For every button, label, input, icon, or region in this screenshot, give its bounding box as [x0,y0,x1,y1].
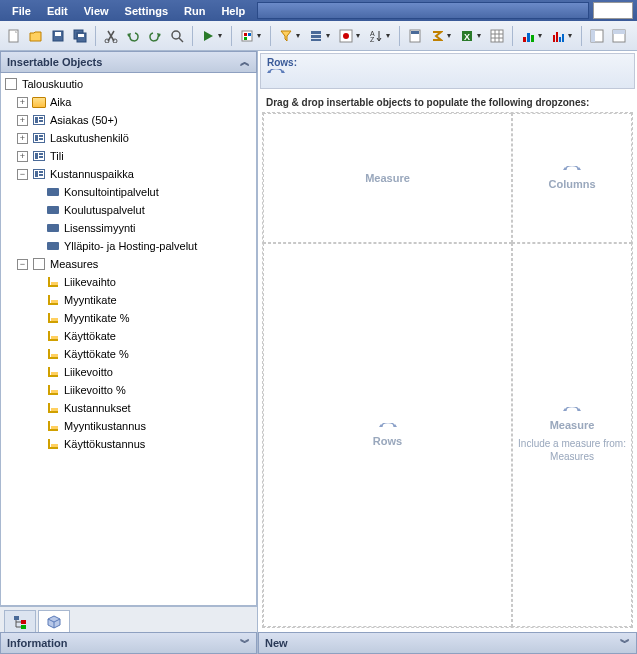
tree-item[interactable]: −Kustannuspaikka [1,165,256,183]
sigma-dropdown[interactable]: ▾ [427,26,455,46]
chevron-down-icon[interactable]: ▾ [257,31,265,40]
redo-icon[interactable] [145,26,165,46]
tree-item[interactable]: Liikevoitto % [1,381,256,399]
tree-item[interactable]: −Measures [1,255,256,273]
suppress-icon[interactable] [306,26,326,46]
chevron-down-icon[interactable]: ▾ [538,31,546,40]
tree-item-label: Asiakas (50+) [50,114,118,126]
swap-icon[interactable] [267,69,628,79]
chevron-down-icon[interactable]: ▾ [477,31,485,40]
tree-item[interactable]: Ylläpito- ja Hosting-palvelut [1,237,256,255]
suppress-dropdown[interactable]: ▾ [306,26,334,46]
tree-root-label[interactable]: Talouskuutio [22,78,83,90]
tree-item[interactable]: Myyntikate % [1,309,256,327]
rows-bar-label: Rows: [267,57,628,68]
filter-dropdown[interactable]: ▾ [276,26,304,46]
undo-icon[interactable] [123,26,143,46]
menu-view[interactable]: View [76,3,117,19]
menu-settings[interactable]: Settings [117,3,176,19]
insert-icon[interactable] [237,26,257,46]
insertable-objects-header[interactable]: Insertable Objects ︽ [0,51,257,73]
chart2-dropdown[interactable]: ▾ [548,26,576,46]
chart1-dropdown[interactable]: ▾ [518,26,546,46]
dropzone-columns[interactable]: Columns [512,113,632,243]
menu-run[interactable]: Run [176,3,213,19]
collapse-toggle[interactable]: − [17,259,28,270]
search-icon[interactable] [167,26,187,46]
tree-item[interactable]: Liikevaihto [1,273,256,291]
chevron-down-icon[interactable]: ▾ [326,31,334,40]
run-dropdown[interactable]: ▾ [198,26,226,46]
tab-package[interactable] [38,610,70,632]
rows-bar[interactable]: Rows: [260,53,635,89]
excel-dropdown[interactable]: X ▾ [457,26,485,46]
calc-icon[interactable] [405,26,425,46]
chevron-down-icon[interactable]: ▾ [356,31,364,40]
filter-icon[interactable] [276,26,296,46]
open-icon[interactable] [26,26,46,46]
tree-item[interactable]: Myyntikustannus [1,417,256,435]
layout-icon[interactable] [587,26,607,46]
chevron-down-icon[interactable]: ▾ [447,31,455,40]
chevron-down-icon[interactable]: ▾ [296,31,304,40]
tree-item[interactable]: +Laskutushenkilö [1,129,256,147]
dropzone-hint: Drag & drop insertable objects to popula… [258,91,637,112]
new-header[interactable]: New ︾ [258,632,637,654]
tree-item[interactable]: +Asiakas (50+) [1,111,256,129]
dropzone-grid: Measure Columns Rows Measure Include a m… [262,112,633,628]
expand-icon[interactable]: ︾ [240,636,250,650]
member-icon [45,185,61,199]
sort-icon[interactable]: AZ [366,26,386,46]
save-all-icon[interactable] [70,26,90,46]
tree-item[interactable]: Konsultointipalvelut [1,183,256,201]
insert-dropdown[interactable]: ▾ [237,26,265,46]
topbottom-dropdown[interactable]: ▾ [336,26,364,46]
new-icon[interactable] [4,26,24,46]
topbottom-icon[interactable] [336,26,356,46]
expand-toggle[interactable]: + [17,133,28,144]
tree-item[interactable]: Lisenssimyynti [1,219,256,237]
collapse-toggle[interactable]: − [17,169,28,180]
tree-item[interactable]: +Tili [1,147,256,165]
barchart-icon[interactable] [518,26,538,46]
tree-item[interactable]: Käyttökate % [1,345,256,363]
chart-icon[interactable] [548,26,568,46]
svg-rect-12 [244,37,247,40]
tree-item-label: Ylläpito- ja Hosting-palvelut [64,240,197,252]
collapse-icon[interactable]: ︽ [240,55,250,69]
layout2-icon[interactable] [609,26,629,46]
menu-help[interactable]: Help [213,3,253,19]
information-header[interactable]: Information ︾ [0,632,257,654]
chevron-down-icon[interactable]: ▾ [568,31,576,40]
tree-item[interactable]: Liikevoitto [1,363,256,381]
tree-item[interactable]: Käyttökustannus [1,435,256,453]
tree-item-label: Kustannuspaikka [50,168,134,180]
dropzone-measure-right[interactable]: Measure Include a measure from: Measures [512,243,632,627]
tab-tree[interactable] [4,610,36,632]
tree-item[interactable]: +Aika [1,93,256,111]
menu-file[interactable]: File [4,3,39,19]
tree-item[interactable]: Kustannukset [1,399,256,417]
dropzone-rows[interactable]: Rows [263,243,512,627]
menu-edit[interactable]: Edit [39,3,76,19]
excel-icon[interactable]: X [457,26,477,46]
tree-item-label: Käyttökate [64,330,116,342]
cut-icon[interactable] [101,26,121,46]
play-icon[interactable] [198,26,218,46]
measure-icon [45,419,61,433]
svg-rect-33 [591,30,595,42]
dropzone-measure-top[interactable]: Measure [263,113,512,243]
sigma-icon[interactable] [427,26,447,46]
grid-icon[interactable] [487,26,507,46]
expand-toggle[interactable]: + [17,97,28,108]
expand-toggle[interactable]: + [17,151,28,162]
tree-item[interactable]: Käyttökate [1,327,256,345]
tree-item[interactable]: Koulutuspalvelut [1,201,256,219]
tree-item[interactable]: Myyntikate [1,291,256,309]
expand-icon[interactable]: ︾ [620,636,630,650]
save-icon[interactable] [48,26,68,46]
chevron-down-icon[interactable]: ▾ [218,31,226,40]
chevron-down-icon[interactable]: ▾ [386,31,394,40]
expand-toggle[interactable]: + [17,115,28,126]
sort-dropdown[interactable]: AZ ▾ [366,26,394,46]
